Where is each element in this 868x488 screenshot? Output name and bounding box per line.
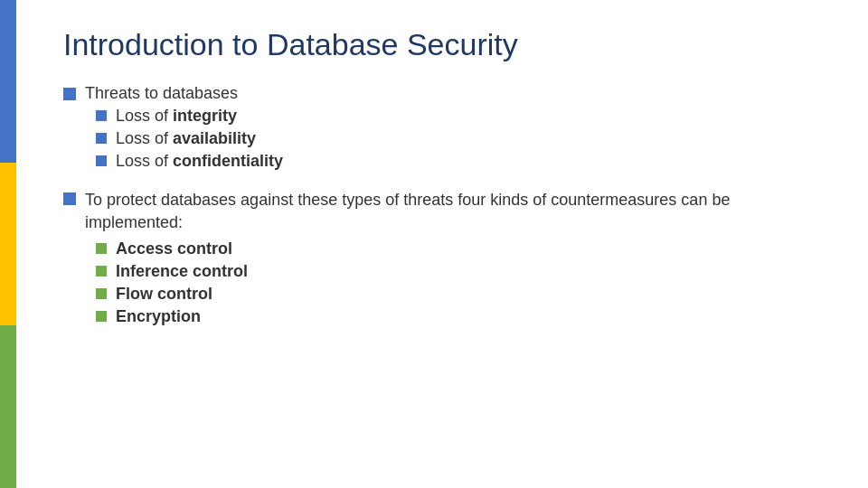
countermeasures-text: To protect databases against these types…	[85, 189, 832, 234]
sub-marker-3	[96, 155, 107, 166]
sub-encryption: Encryption	[96, 307, 832, 326]
sub-marker-inference	[96, 266, 107, 277]
bar-gold	[0, 163, 16, 325]
bar-blue	[0, 0, 16, 163]
flow-control-text: Flow control	[116, 285, 212, 304]
sub-marker-2	[96, 133, 107, 144]
confidentiality-text: Loss of confidentiality	[116, 152, 283, 171]
sub-marker-access	[96, 243, 107, 254]
left-color-bar	[0, 0, 16, 488]
inference-control-text: Inference control	[116, 262, 248, 281]
section-threats: Threats to databases Loss of integrity L…	[63, 84, 832, 171]
availability-text: Loss of availability	[116, 129, 256, 148]
sub-marker-flow	[96, 288, 107, 299]
sub-bullets-green: Access control Inference control Flow co…	[63, 239, 832, 326]
bar-green	[0, 325, 16, 488]
sub-confidentiality: Loss of confidentiality	[96, 152, 832, 171]
countermeasures-bullet: To protect databases against these types…	[63, 189, 832, 234]
access-control-text: Access control	[116, 239, 232, 258]
slide-title: Introduction to Database Security	[63, 27, 832, 62]
sub-integrity: Loss of integrity	[96, 107, 832, 126]
sub-inference-control: Inference control	[96, 262, 832, 281]
slide: Introduction to Database Security Threat…	[0, 0, 868, 488]
content-area: Threats to databases Loss of integrity L…	[63, 84, 832, 326]
section-countermeasures: To protect databases against these types…	[63, 189, 832, 326]
bullet-marker-blue-2	[63, 192, 76, 205]
sub-marker-1	[96, 110, 107, 121]
threats-bullet: Threats to databases	[63, 84, 832, 103]
sub-marker-encryption	[96, 311, 107, 322]
encryption-text: Encryption	[116, 307, 201, 326]
sub-flow-control: Flow control	[96, 285, 832, 304]
sub-availability: Loss of availability	[96, 129, 832, 148]
bullet-marker-blue	[63, 88, 76, 100]
integrity-text: Loss of integrity	[116, 107, 237, 126]
threats-text: Threats to databases	[85, 84, 238, 103]
sub-access-control: Access control	[96, 239, 832, 258]
